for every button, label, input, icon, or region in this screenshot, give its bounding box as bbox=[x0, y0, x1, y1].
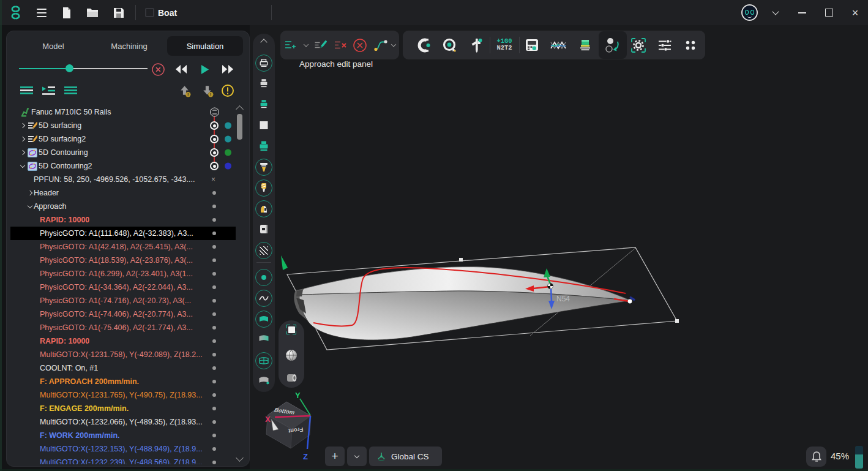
user-avatar[interactable] bbox=[739, 0, 759, 25]
surface-icon[interactable] bbox=[255, 311, 272, 328]
expand-icon[interactable] bbox=[19, 135, 26, 143]
list-compact-icon[interactable] bbox=[62, 83, 80, 99]
viewport-3d[interactable] bbox=[250, 25, 868, 471]
head-teal-icon[interactable] bbox=[258, 140, 270, 152]
snap-magnet-icon[interactable] bbox=[416, 37, 432, 53]
tab-machining[interactable]: Machining bbox=[91, 36, 167, 56]
close-icon[interactable]: × bbox=[847, 0, 864, 25]
workpiece-icon[interactable] bbox=[255, 200, 272, 217]
mesh-surface-icon[interactable] bbox=[255, 352, 272, 369]
cs-dropdown-button[interactable] bbox=[347, 447, 367, 466]
minimize-icon[interactable] bbox=[793, 0, 810, 25]
tree-row[interactable]: Fanuc M710IC 50 Rails bbox=[10, 105, 236, 119]
prev-issue-icon[interactable]: ! bbox=[175, 83, 193, 99]
delete-icon[interactable] bbox=[353, 38, 367, 53]
rewind-icon[interactable] bbox=[173, 61, 190, 78]
tree-row[interactable]: PhysicGOTO: A1(6.299), A2(-23.401), A3(1… bbox=[10, 267, 236, 281]
goto-operation-icon[interactable] bbox=[604, 36, 622, 55]
collapse-icon[interactable] bbox=[26, 203, 34, 210]
chevron-down-icon[interactable] bbox=[304, 44, 308, 46]
chevron-down-icon[interactable] bbox=[767, 0, 784, 25]
fit-selection-icon[interactable] bbox=[286, 325, 296, 334]
remove-icon[interactable]: × bbox=[211, 175, 215, 184]
tree-row[interactable]: PhysicGOTO: A1(-34.364), A2(-22.044), A3… bbox=[10, 281, 236, 294]
open-file-icon[interactable] bbox=[85, 0, 100, 25]
collapse-icon[interactable] bbox=[19, 162, 26, 170]
tree-row[interactable]: F: WORK 200mm/min. bbox=[10, 429, 236, 442]
new-file-icon[interactable] bbox=[60, 0, 73, 25]
expand-icon[interactable] bbox=[26, 189, 34, 197]
menu-icon[interactable] bbox=[34, 0, 50, 25]
tree-row[interactable]: 5D Contouring bbox=[10, 146, 236, 159]
parameters-icon[interactable] bbox=[657, 39, 673, 52]
tree-row[interactable]: RAPID: 10000 bbox=[10, 213, 236, 227]
tree-row[interactable]: MultiGOTO:X(-1232.239), Y(-488.569), Z(1… bbox=[10, 456, 236, 464]
notifications-button[interactable] bbox=[806, 447, 826, 467]
list-flat-icon[interactable] bbox=[18, 83, 36, 99]
scroll-up-icon[interactable] bbox=[261, 37, 266, 45]
tree-row[interactable]: 5D surfacing2 bbox=[10, 132, 236, 146]
add-cs-button[interactable]: + bbox=[325, 447, 345, 466]
cs-selector-button[interactable]: Global CS bbox=[369, 447, 442, 466]
tool-holder-icon[interactable] bbox=[255, 159, 272, 176]
scroll-down-icon[interactable] bbox=[236, 454, 244, 462]
tree-row[interactable]: 5D surfacing bbox=[10, 119, 236, 132]
tree-row[interactable]: PhysicGOTO: A1(42.418), A2(-25.415), A3(… bbox=[10, 240, 236, 254]
machining-settings-icon[interactable] bbox=[630, 37, 647, 54]
drill-tool-icon[interactable] bbox=[255, 179, 272, 197]
operation-radio-icon[interactable] bbox=[210, 121, 219, 130]
add-commands-icon[interactable] bbox=[284, 40, 297, 51]
tree-row[interactable]: COOLNT: On, #1 bbox=[10, 361, 236, 375]
operation-radio-icon[interactable] bbox=[210, 135, 219, 143]
toolpath-icon[interactable] bbox=[373, 39, 388, 51]
project-checkbox-icon[interactable] bbox=[142, 0, 157, 25]
orbit-sphere-icon[interactable] bbox=[285, 349, 298, 362]
fast-forward-icon[interactable] bbox=[219, 61, 236, 78]
tree-row[interactable]: PPFUN: 58, 250, -4969.526, -1052.675, -3… bbox=[10, 173, 236, 186]
caliper-icon[interactable] bbox=[470, 37, 484, 53]
edit-commands-icon[interactable] bbox=[314, 39, 328, 51]
surface-point-icon[interactable] bbox=[258, 375, 270, 385]
curve-icon[interactable] bbox=[255, 290, 272, 307]
insert-gcode-icon[interactable]: +1G0 N2T2 bbox=[496, 38, 512, 52]
simulation-progress-knob[interactable] bbox=[65, 64, 73, 72]
surface-gray-icon[interactable] bbox=[258, 334, 270, 343]
tab-simulation[interactable]: Simulation bbox=[167, 36, 243, 56]
tree-row[interactable]: PhysicGOTO: A1(-75.406), A2(-21.774), A3… bbox=[10, 321, 236, 334]
remove-commands-icon[interactable] bbox=[334, 40, 347, 51]
measure-tape-icon[interactable] bbox=[442, 37, 458, 53]
tree-row[interactable]: RAPID: 10000 bbox=[10, 334, 236, 348]
tab-model[interactable]: Model bbox=[15, 36, 91, 56]
tree-row[interactable]: PhysicGOTO: A1(18.539), A2(-23.876), A3(… bbox=[10, 254, 236, 267]
calculator-icon[interactable] bbox=[524, 38, 540, 53]
signals-icon[interactable] bbox=[550, 39, 567, 52]
tree-scrollbar[interactable] bbox=[236, 105, 244, 463]
warnings-icon[interactable] bbox=[219, 83, 237, 99]
scroll-up-icon[interactable] bbox=[236, 105, 244, 113]
tree-row[interactable]: Header bbox=[10, 186, 236, 200]
tree-row[interactable]: PhysicGOTO: A1(-74.716), A2(-20.73), A3(… bbox=[10, 294, 236, 307]
stock-box-icon[interactable] bbox=[260, 121, 268, 129]
machine-head-icon[interactable] bbox=[255, 55, 272, 72]
play-icon[interactable] bbox=[196, 61, 213, 78]
expand-icon[interactable] bbox=[19, 122, 26, 129]
grinding-wheel-icon[interactable] bbox=[285, 372, 298, 384]
document-icon[interactable] bbox=[259, 224, 269, 235]
tree-row[interactable]: Approach bbox=[10, 200, 236, 213]
tree-row[interactable]: MultiGOTO:X(-1231.765), Y(-490.75), Z(18… bbox=[10, 388, 236, 402]
tree-row[interactable]: MultiGOTO:X(-1231.758), Y(-492.089), Z(1… bbox=[10, 348, 236, 361]
scrollbar-thumb[interactable] bbox=[237, 114, 242, 140]
head-small-icon[interactable] bbox=[258, 78, 269, 88]
maximize-icon[interactable] bbox=[820, 0, 837, 25]
tree-row[interactable]: MultiGOTO:X(-1232.153), Y(-488.949), Z(1… bbox=[10, 442, 236, 456]
chevron-down-icon[interactable] bbox=[392, 44, 395, 46]
next-issue-icon[interactable]: ! bbox=[198, 83, 216, 99]
operation-radio-icon[interactable] bbox=[210, 162, 219, 170]
list-tree-icon[interactable] bbox=[40, 83, 58, 99]
hatch-stock-icon[interactable] bbox=[255, 242, 272, 259]
cancel-simulation-icon[interactable] bbox=[149, 61, 166, 78]
tree-row[interactable]: F: APPROACH 200mm/min. bbox=[10, 375, 236, 388]
save-icon[interactable] bbox=[112, 0, 125, 25]
workpiece-layers-icon[interactable] bbox=[578, 38, 593, 53]
more-apps-icon[interactable] bbox=[684, 39, 697, 52]
